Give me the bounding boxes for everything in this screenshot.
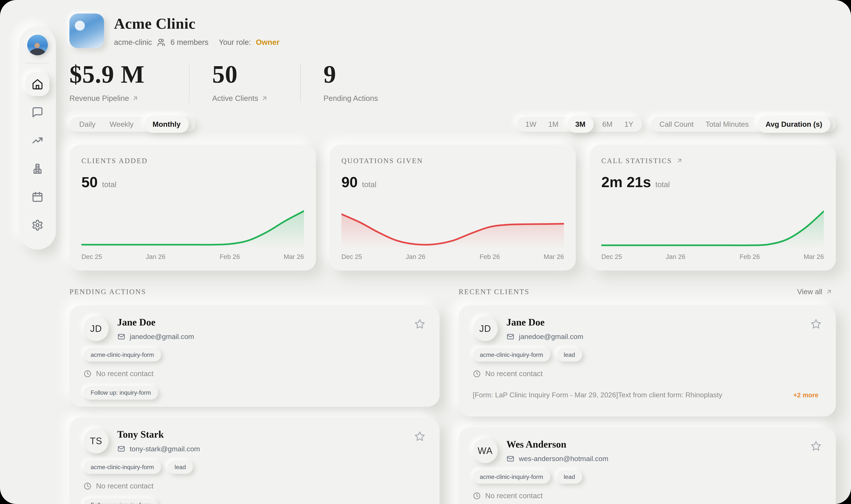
filters-row: Daily Weekly Monthly 1W 1M 3M 6M 1Y Call… (69, 117, 836, 132)
x-axis-labels: Dec 25 Jan 26 Feb 26 Mar 26 (82, 253, 304, 262)
tag-pill: lead (557, 348, 582, 361)
avatar: WA (473, 438, 498, 463)
stat-pending-actions: 9 Pending Actions (323, 61, 378, 103)
period-tab-group: Daily Weekly Monthly (69, 117, 195, 132)
revenue-pipeline-link[interactable]: Revenue Pipeline (69, 94, 166, 103)
chart-title: CLIENTS ADDED (82, 157, 304, 165)
quotations-given-line-chart (341, 206, 564, 249)
tab-3m[interactable]: 3M (567, 116, 593, 133)
followup-chip[interactable]: Follow up: inquiry-form (84, 386, 158, 399)
recent-client-card[interactable]: WA Wes Anderson wes-anderson@hotmail.com… (459, 427, 836, 504)
stat-value: $5.9 M (69, 61, 166, 88)
arrow-up-right-icon (826, 288, 833, 295)
x-axis-labels: Dec 25 Jan 26 Feb 26 Mar 26 (341, 253, 564, 262)
client-name: Wes Anderson (507, 439, 608, 450)
app-window: Acme Clinic acme-clinic 6 members Your r… (0, 0, 851, 504)
pending-client-card[interactable]: TS Tony Stark tony-stark@gmail.com acme-… (69, 417, 440, 504)
view-all-link[interactable]: View all (794, 287, 836, 296)
clock-icon (473, 370, 481, 378)
org-header: Acme Clinic acme-clinic 6 members Your r… (69, 14, 836, 48)
client-name: Tony Stark (117, 429, 200, 440)
client-email: tony-stark@gmail.com (130, 445, 200, 453)
clients-added-card: CLIENTS ADDED 50 total Dec 25 Jan 26 Fe (69, 145, 316, 271)
tab-1w[interactable]: 1W (525, 120, 536, 128)
recent-clients-title: RECENT CLIENTS (459, 287, 529, 296)
sidebar-divider (25, 63, 49, 64)
message-square-icon (32, 106, 43, 118)
tab-avg-duration[interactable]: Avg Duration (s) (757, 116, 830, 133)
clinic-building-icon (32, 163, 43, 175)
tab-daily[interactable]: Daily (79, 120, 95, 128)
role-value: Owner (256, 38, 280, 47)
arrow-up-right-icon (676, 157, 683, 164)
clock-icon (84, 370, 91, 378)
followup-chip[interactable]: Follow up: inquiry-form (84, 498, 158, 504)
active-clients-link[interactable]: Active Clients (212, 94, 277, 103)
chart-total-suffix: total (655, 180, 670, 189)
star-icon[interactable] (414, 318, 425, 331)
stat-value: 50 (212, 61, 277, 88)
chart-total-value: 90 (341, 174, 358, 191)
mail-icon (507, 455, 514, 463)
contact-status: No recent contact (485, 492, 543, 500)
page-title: Acme Clinic (114, 15, 279, 33)
metric-tab-group: Call Count Total Minutes Avg Duration (s… (651, 117, 836, 132)
pending-actions-label: Pending Actions (323, 94, 378, 103)
call-statistics-card: CALL STATISTICS 2m 21s total Dec 25 Ja (589, 145, 836, 271)
avatar: TS (84, 429, 108, 453)
tab-6m[interactable]: 6M (602, 120, 613, 128)
sidebar-item-calendar[interactable] (25, 185, 49, 209)
mail-icon (117, 332, 125, 341)
tab-monthly[interactable]: Monthly (144, 116, 189, 133)
recent-client-card[interactable]: JD Jane Doe janedoe@gmail.com acme-clini… (459, 305, 836, 416)
role-label: Your role: (219, 38, 251, 47)
clinic-logo-image (69, 14, 104, 48)
sidebar-item-home[interactable] (25, 72, 49, 96)
client-name: Jane Doe (507, 317, 583, 328)
clock-icon (473, 492, 481, 500)
stat-value: 9 (323, 61, 378, 88)
tag-pill: lead (167, 460, 193, 474)
clients-added-line-chart (82, 206, 304, 249)
tab-1m[interactable]: 1M (548, 120, 558, 128)
contact-status: No recent contact (96, 370, 154, 378)
user-avatar-image[interactable] (27, 35, 48, 55)
contact-status: No recent contact (485, 370, 543, 378)
tag-pill: lead (557, 470, 582, 484)
star-icon[interactable] (414, 431, 425, 444)
tab-1y[interactable]: 1Y (624, 120, 633, 128)
pending-actions-section: PENDING ACTIONS JD Jane Doe janedoe@gmai… (69, 286, 440, 504)
contact-status: No recent contact (96, 482, 154, 490)
call-statistics-link[interactable]: CALL STATISTICS (601, 157, 824, 165)
tab-weekly[interactable]: Weekly (110, 120, 134, 128)
tab-call-count[interactable]: Call Count (659, 120, 694, 128)
chart-total-suffix: total (362, 180, 376, 189)
mail-icon (507, 332, 514, 341)
org-slug: acme-clinic (114, 38, 152, 47)
star-icon[interactable] (810, 440, 822, 453)
avatar: JD (473, 316, 498, 341)
star-icon[interactable] (810, 318, 822, 331)
range-tab-group: 1W 1M 3M 6M 1Y (517, 117, 642, 132)
gear-icon (32, 219, 43, 231)
avatar: JD (84, 316, 108, 341)
chart-total-suffix: total (102, 180, 117, 189)
more-badge[interactable]: +2 more (790, 391, 822, 399)
stat-active-clients: 50 Active Clients (212, 61, 277, 103)
sidebar (19, 26, 56, 250)
arrow-up-right-icon (261, 95, 268, 102)
tab-total-minutes[interactable]: Total Minutes (706, 120, 749, 128)
sidebar-item-settings[interactable] (25, 213, 49, 237)
mail-icon (117, 445, 125, 453)
stats-row: $5.9 M Revenue Pipeline 50 Active Client… (69, 61, 836, 103)
sidebar-item-messages[interactable] (25, 100, 49, 124)
stat-divider (300, 64, 301, 103)
recent-clients-section: RECENT CLIENTS View all JD Jane Doe (459, 286, 836, 504)
client-name: Jane Doe (117, 317, 194, 328)
sidebar-item-clinic[interactable] (25, 157, 49, 181)
sidebar-item-analytics[interactable] (25, 129, 49, 152)
client-email: wes-anderson@hotmail.com (519, 455, 608, 463)
tag-pill: acme-clinic-inquiry-form (473, 348, 550, 361)
stat-revenue-pipeline: $5.9 M Revenue Pipeline (69, 61, 166, 103)
pending-client-card[interactable]: JD Jane Doe janedoe@gmail.com acme-clini… (69, 305, 440, 407)
